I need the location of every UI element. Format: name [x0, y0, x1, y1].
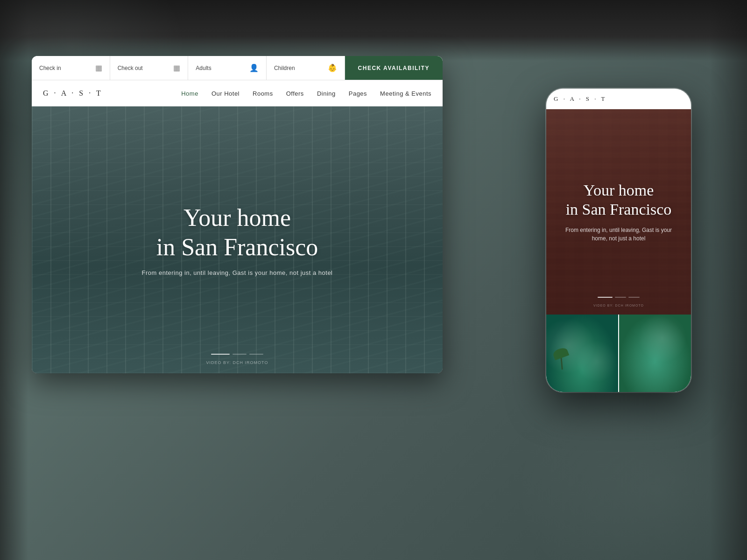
desktop-hero-section: Your home in San Francisco From entering…: [32, 106, 443, 373]
mobile-progress-bar-1: [598, 297, 613, 298]
check-in-field[interactable]: Check in ▦: [32, 56, 110, 80]
mobile-thumbnail-1[interactable]: [546, 315, 618, 392]
nav-item-meeting[interactable]: Meeting & Events: [380, 89, 431, 98]
mobile-hero-title: Your home in San Francisco: [557, 181, 680, 219]
mobile-thumbnails: [546, 315, 691, 392]
mobile-nav: G · A · S · T: [546, 89, 691, 109]
mobile-hero-subtitle: From entering in, until leaving, Gast is…: [557, 226, 680, 243]
mobile-title-line2: in San Francisco: [566, 201, 672, 218]
nav-link-meeting[interactable]: Meeting & Events: [380, 90, 431, 97]
calendar-icon-checkin: ▦: [95, 63, 102, 72]
desktop-logo: G · A · S · T: [43, 89, 103, 98]
booking-bar: Check in ▦ Check out ▦ Adults 👤 Children…: [32, 56, 443, 80]
nav-link-pages[interactable]: Pages: [349, 90, 367, 97]
check-out-label: Check out: [118, 65, 170, 71]
nav-item-pages[interactable]: Pages: [349, 89, 367, 98]
nav-bar: G · A · S · T Home Our Hotel Rooms Offer…: [32, 80, 443, 106]
progress-bar-1: [211, 354, 230, 355]
desktop-video-credit: VIDEO BY: DCH IROMOTO: [206, 360, 268, 365]
progress-bar-2: [233, 354, 247, 355]
mobile-phone: G · A · S · T Your home in San Francisco…: [546, 89, 691, 392]
mobile-progress-indicator: [598, 297, 640, 298]
nav-item-rooms[interactable]: Rooms: [253, 89, 273, 98]
mobile-video-credit: VIDEO BY: DCH IROMOTO: [593, 304, 644, 307]
desktop-browser-window: Check in ▦ Check out ▦ Adults 👤 Children…: [32, 56, 443, 373]
children-field[interactable]: Children 👶: [267, 56, 345, 80]
nav-link-our-hotel[interactable]: Our Hotel: [211, 90, 240, 97]
mobile-logo: G · A · S · T: [554, 95, 607, 103]
check-out-field[interactable]: Check out ▦: [110, 56, 189, 80]
nav-item-offers[interactable]: Offers: [286, 89, 304, 98]
hero-title-line1: Your home: [183, 204, 291, 231]
desktop-hero-title: Your home in San Francisco: [141, 203, 332, 262]
calendar-icon-checkout: ▦: [173, 63, 180, 72]
nav-links: Home Our Hotel Rooms Offers Dining Pages…: [181, 89, 431, 98]
progress-bar-3: [249, 354, 263, 355]
adults-icon: 👤: [249, 63, 259, 72]
children-label: Children: [274, 65, 324, 71]
hero-progress-indicator: [211, 354, 263, 355]
hero-title-line2: in San Francisco: [156, 234, 318, 260]
nav-item-dining[interactable]: Dining: [317, 89, 336, 98]
mobile-progress-bar-3: [628, 297, 640, 298]
mobile-inner: G · A · S · T Your home in San Francisco…: [546, 89, 691, 392]
nav-link-rooms[interactable]: Rooms: [253, 90, 273, 97]
mobile-hero-section: Your home in San Francisco From entering…: [546, 109, 691, 315]
nav-link-dining[interactable]: Dining: [317, 90, 336, 97]
bg-computer-left: [0, 0, 28, 560]
nav-item-home[interactable]: Home: [181, 89, 198, 98]
palm-decoration-1: [560, 351, 563, 370]
check-in-label: Check in: [39, 65, 92, 71]
nav-link-home[interactable]: Home: [181, 90, 198, 97]
mobile-thumbnail-2[interactable]: [618, 315, 691, 392]
mobile-title-line1: Your home: [584, 182, 654, 199]
adults-label: Adults: [196, 65, 246, 71]
mobile-progress-bar-2: [615, 297, 626, 298]
hero-content: Your home in San Francisco From entering…: [141, 203, 332, 276]
bg-computer-top: [0, 0, 747, 61]
bg-computer-right: [710, 0, 747, 560]
adults-field[interactable]: Adults 👤: [188, 56, 267, 80]
children-icon: 👶: [328, 63, 337, 72]
desktop-hero-subtitle: From entering in, until leaving, Gast is…: [141, 269, 332, 276]
nav-link-offers[interactable]: Offers: [286, 90, 304, 97]
mobile-hero-content: Your home in San Francisco From entering…: [546, 181, 691, 243]
check-availability-button[interactable]: CHECK AVAILABILITY: [345, 56, 443, 80]
nav-item-our-hotel[interactable]: Our Hotel: [211, 89, 240, 98]
